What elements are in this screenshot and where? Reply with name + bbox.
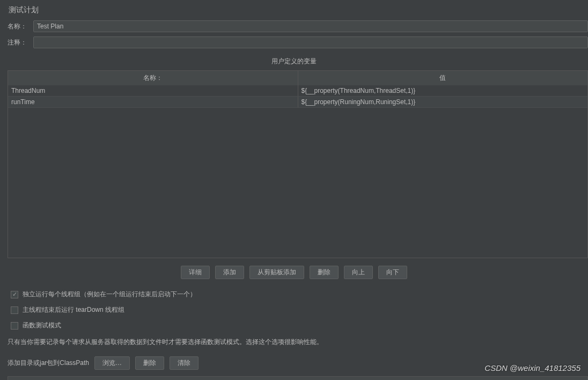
cell-name[interactable]: ThreadNum <box>8 85 298 96</box>
browse-button[interactable]: 浏览… <box>94 356 130 370</box>
name-label: 名称： <box>8 22 30 31</box>
clear-button[interactable]: 清除 <box>170 356 199 370</box>
cell-value[interactable]: ${__property(RuningNum,RuningSet,1)} <box>298 97 588 107</box>
comment-label: 注释： <box>8 38 30 47</box>
detail-button[interactable]: 详细 <box>181 266 210 279</box>
table-row[interactable]: runTime ${__property(RuningNum,RuningSet… <box>8 97 587 108</box>
classpath-label: 添加目录或jar包到ClassPath <box>8 359 89 368</box>
cell-name[interactable]: runTime <box>8 97 298 107</box>
add-from-clipboard-button[interactable]: 从剪贴板添加 <box>249 266 304 279</box>
variables-table: 名称： 值 ThreadNum ${__property(ThreadNum,T… <box>8 70 588 258</box>
table-row[interactable]: ThreadNum ${__property(ThreadNum,ThreadS… <box>8 85 587 97</box>
cell-value[interactable]: ${__property(ThreadNum,ThreadSet,1)} <box>298 85 588 96</box>
column-header-value[interactable]: 值 <box>298 71 588 85</box>
teardown-checkbox[interactable] <box>11 306 18 314</box>
functional-checkbox[interactable] <box>11 322 18 330</box>
column-header-name[interactable]: 名称： <box>8 71 298 85</box>
page-title: 测试计划 <box>0 0 588 18</box>
delete-button[interactable]: 删除 <box>310 266 339 279</box>
down-button[interactable]: 向下 <box>378 266 407 279</box>
variables-section-header: 用户定义的变量 <box>0 50 588 70</box>
variables-table-body[interactable]: ThreadNum ${__property(ThreadNum,ThreadS… <box>8 85 587 258</box>
teardown-label: 主线程结束后运行 tearDown 线程组 <box>23 305 124 315</box>
functional-note: 只有当你需要记录每个请求从服务器取得的数据到文件时才需要选择函数测试模式。选择这… <box>0 333 588 351</box>
serialize-checkbox[interactable] <box>11 291 18 298</box>
classpath-delete-button[interactable]: 删除 <box>135 356 164 370</box>
serialize-label: 独立运行每个线程组（例如在一个组运行结束后启动下一个） <box>23 290 196 299</box>
functional-label: 函数测试模式 <box>23 321 61 330</box>
comment-input[interactable] <box>33 36 588 48</box>
up-button[interactable]: 向上 <box>344 266 373 279</box>
add-button[interactable]: 添加 <box>215 266 244 279</box>
name-input[interactable] <box>33 20 588 32</box>
library-column-header[interactable]: 库 <box>8 376 588 380</box>
